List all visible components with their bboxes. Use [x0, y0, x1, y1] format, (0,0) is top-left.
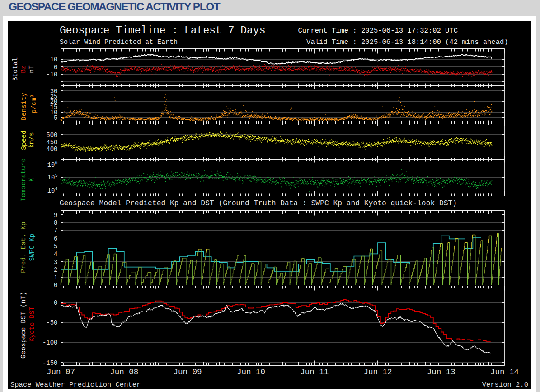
svg-text:km/s: km/s [28, 132, 35, 148]
svg-text:p/cm3: p/cm3 [30, 95, 38, 113]
svg-text:Current Time : 2025-06-13 17:3: Current Time : 2025-06-13 17:32:02 UTC [298, 27, 458, 35]
svg-text:Geospace DST (nT): Geospace DST (nT) [20, 292, 28, 359]
svg-text:-150: -150 [42, 359, 58, 367]
svg-text:Kyoto DST: Kyoto DST [28, 307, 36, 342]
svg-text:9: 9 [54, 212, 57, 219]
svg-text:500: 500 [46, 132, 57, 139]
svg-text:Pred. Est. Kp: Pred. Est. Kp [20, 222, 28, 273]
svg-text:Jun 08: Jun 08 [110, 368, 138, 377]
svg-text:1: 1 [54, 274, 57, 281]
svg-text:Jun 07: Jun 07 [47, 368, 75, 377]
svg-text:5: 5 [54, 243, 57, 250]
svg-text:Speed: Speed [20, 130, 28, 150]
svg-text:Solar Wind Predicted at Earth: Solar Wind Predicted at Earth [60, 38, 178, 46]
svg-text:Space Weather Prediction Cente: Space Weather Prediction Center [10, 381, 141, 389]
svg-text:Geospace Timeline : Latest 7 D: Geospace Timeline : Latest 7 Days [60, 25, 265, 37]
svg-text:-10: -10 [46, 71, 57, 78]
svg-text:Valid Time : 2025-06-13 18:14:: Valid Time : 2025-06-13 18:14:00 (42 min… [306, 38, 508, 46]
svg-text:Bz: Bz [20, 65, 27, 73]
svg-text:450: 450 [46, 139, 57, 146]
svg-text:3: 3 [54, 259, 57, 266]
svg-text:Version 2.0: Version 2.0 [482, 381, 528, 389]
svg-text:5: 5 [54, 114, 57, 122]
svg-text:7: 7 [54, 227, 57, 234]
svg-text:0: 0 [54, 64, 57, 71]
svg-text:Geospace Model Predicted Kp an: Geospace Model Predicted Kp and DST (Gro… [60, 199, 457, 208]
svg-text:Jun 11: Jun 11 [300, 368, 329, 377]
svg-text:K: K [28, 178, 35, 182]
svg-text:Jun 14: Jun 14 [490, 368, 519, 377]
svg-text:400: 400 [46, 146, 57, 153]
svg-text:Jun 09: Jun 09 [174, 368, 202, 377]
svg-text:8: 8 [54, 219, 57, 227]
svg-text:Temperature: Temperature [20, 158, 28, 202]
svg-text:2: 2 [54, 266, 57, 274]
svg-text:0: 0 [54, 299, 57, 307]
svg-text:Jun 10: Jun 10 [237, 368, 265, 377]
svg-text:Jun 13: Jun 13 [427, 368, 455, 377]
svg-text:4: 4 [54, 250, 57, 258]
svg-text:nT: nT [28, 65, 35, 73]
svg-text:Btotal: Btotal [12, 57, 19, 81]
svg-text:6: 6 [54, 235, 57, 242]
svg-text:Jun 12: Jun 12 [363, 368, 392, 377]
svg-text:0: 0 [54, 282, 57, 289]
svg-text:-50: -50 [46, 319, 57, 326]
svg-text:-100: -100 [42, 339, 58, 346]
svg-text:10: 10 [50, 56, 58, 63]
svg-text:Density: Density [20, 93, 28, 120]
svg-text:SWPC Kp: SWPC Kp [28, 234, 36, 261]
